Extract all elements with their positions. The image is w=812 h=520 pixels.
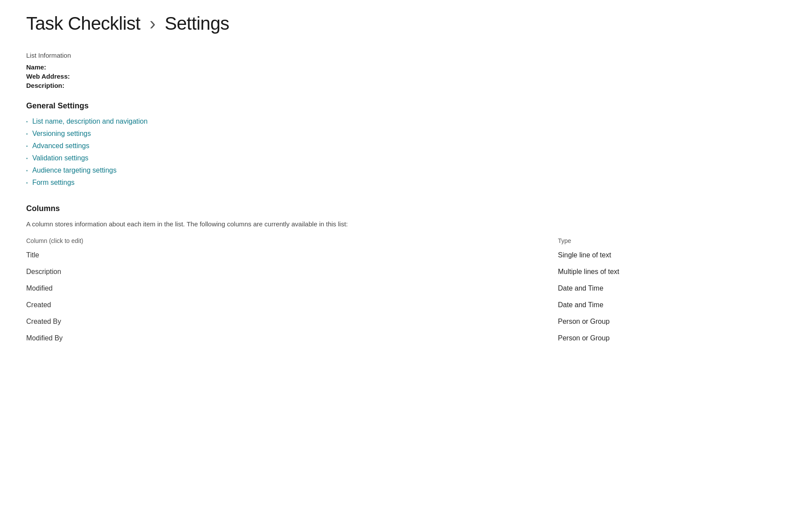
list-information-section: List Information Name: Web Address: Desc… xyxy=(26,52,786,89)
table-row[interactable]: DescriptionMultiple lines of text xyxy=(26,263,786,280)
link-advanced-settings[interactable]: Advanced settings xyxy=(32,142,89,150)
link-audience-targeting-settings[interactable]: Audience targeting settings xyxy=(32,166,117,174)
column-type: Date and Time xyxy=(558,297,786,313)
column-name[interactable]: Created xyxy=(26,297,558,313)
column-type: Single line of text xyxy=(558,247,786,263)
breadcrumb-separator: › xyxy=(150,13,156,34)
list-info-web-address: Web Address: xyxy=(26,73,786,80)
column-type: Person or Group xyxy=(558,330,786,347)
column-name[interactable]: Modified By xyxy=(26,330,558,347)
column-name[interactable]: Description xyxy=(26,263,558,280)
columns-section: Columns A column stores information abou… xyxy=(26,204,786,347)
link-versioning-settings[interactable]: Versioning settings xyxy=(32,130,91,138)
list-item-list-name[interactable]: List name, description and navigation xyxy=(26,118,786,125)
list-item-advanced[interactable]: Advanced settings xyxy=(26,142,786,150)
description-label: Description: xyxy=(26,82,65,89)
column-type: Person or Group xyxy=(558,313,786,330)
column-name[interactable]: Created By xyxy=(26,313,558,330)
column-name[interactable]: Title xyxy=(26,247,558,263)
link-validation-settings[interactable]: Validation settings xyxy=(32,154,89,162)
name-label: Name: xyxy=(26,63,46,71)
table-row[interactable]: Modified ByPerson or Group xyxy=(26,330,786,347)
column-type: Date and Time xyxy=(558,280,786,297)
general-settings-section: General Settings List name, description … xyxy=(26,101,786,187)
list-item-form-settings[interactable]: Form settings xyxy=(26,179,786,187)
type-header: Type xyxy=(558,235,786,247)
list-item-validation[interactable]: Validation settings xyxy=(26,154,786,162)
table-row[interactable]: CreatedDate and Time xyxy=(26,297,786,313)
list-information-label: List Information xyxy=(26,52,786,59)
general-settings-title: General Settings xyxy=(26,101,786,111)
list-item-versioning[interactable]: Versioning settings xyxy=(26,130,786,138)
link-list-name-description-navigation[interactable]: List name, description and navigation xyxy=(32,118,148,125)
column-name[interactable]: Modified xyxy=(26,280,558,297)
table-row[interactable]: TitleSingle line of text xyxy=(26,247,786,263)
list-name: Task Checklist xyxy=(26,13,140,34)
table-row[interactable]: Created ByPerson or Group xyxy=(26,313,786,330)
table-row[interactable]: ModifiedDate and Time xyxy=(26,280,786,297)
columns-table: Column (click to edit) Type TitleSingle … xyxy=(26,235,786,347)
column-header: Column (click to edit) xyxy=(26,235,558,247)
columns-title: Columns xyxy=(26,204,786,213)
list-info-description: Description: xyxy=(26,82,786,89)
columns-description: A column stores information about each i… xyxy=(26,220,786,228)
list-info-name: Name: xyxy=(26,63,786,71)
column-type: Multiple lines of text xyxy=(558,263,786,280)
list-item-audience-targeting[interactable]: Audience targeting settings xyxy=(26,166,786,174)
link-form-settings[interactable]: Form settings xyxy=(32,179,75,187)
page-title: Task Checklist › Settings xyxy=(26,13,786,34)
settings-links-list: List name, description and navigation Ve… xyxy=(26,118,786,187)
web-address-label: Web Address: xyxy=(26,73,70,80)
settings-label: Settings xyxy=(165,13,229,34)
